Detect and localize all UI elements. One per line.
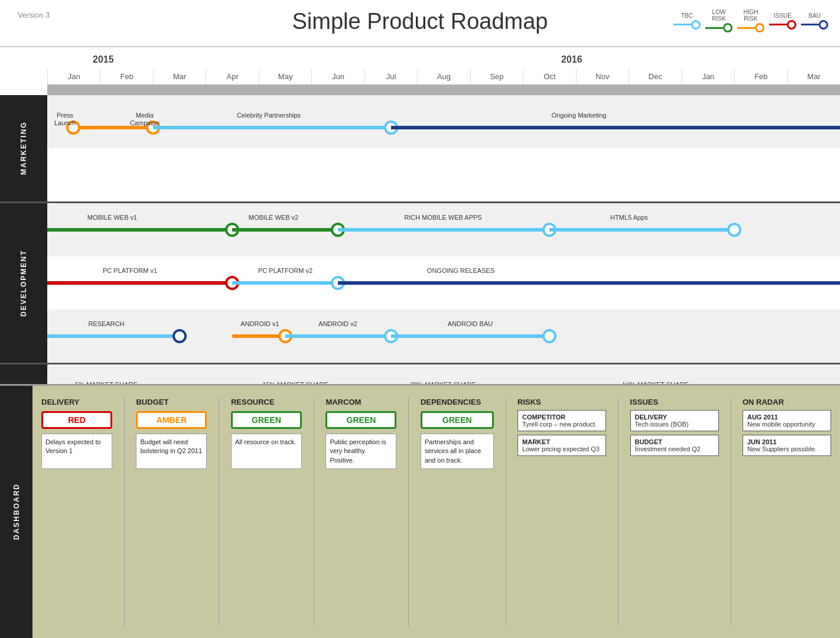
- resource-title: RESOURCE: [231, 398, 302, 406]
- month-nov-2015: Nov: [576, 68, 629, 84]
- svg-text:RICH MOBILE WEB APPS: RICH MOBILE WEB APPS: [404, 214, 481, 221]
- budget-status: AMBER: [136, 411, 207, 429]
- radar-aug-text: New mobile opportunity: [747, 421, 826, 428]
- svg-text:Media: Media: [136, 112, 154, 119]
- dashboard-risks: RISKS COMPETITOR Tyrell corp – new produ…: [517, 398, 606, 626]
- page-title: Simple Product Roadmap: [292, 9, 548, 34]
- dependencies-status: GREEN: [421, 411, 494, 429]
- svg-text:Celebrity Partnerships: Celebrity Partnerships: [237, 112, 301, 119]
- development-svg: MOBILE WEB v1 MOBILE WEB v2 RICH MOBILE …: [47, 203, 840, 363]
- radar-aug: AUG 2011 New mobile opportunity: [743, 410, 831, 431]
- month-may-2015: May: [259, 68, 311, 84]
- risk-competitor-text: Tyrell corp – new product.: [522, 421, 601, 428]
- months-row: Jan Feb Mar Apr May Jun Jul Aug Sep Oct …: [47, 68, 840, 84]
- risk-competitor-title: COMPETITOR: [522, 414, 601, 421]
- legend-issue: ISSUE: [769, 12, 796, 30]
- dashboard-resource: RESOURCE GREEN All resource on track.: [231, 398, 302, 626]
- radar-jun: JUN 2011 New Suppliers possible.: [743, 435, 831, 456]
- svg-text:Press: Press: [57, 112, 74, 119]
- month-jan-2016: Jan: [682, 68, 734, 84]
- svg-text:ANDROID BAU: ANDROID BAU: [448, 320, 493, 327]
- month-apr-2015: Apr: [206, 68, 258, 84]
- risks-title: RISKS: [517, 398, 606, 406]
- year-2015-label: 2015: [93, 54, 114, 65]
- legend: TBC LOWRISK HIGHRISK ISSUE: [673, 9, 828, 32]
- timeline-area: 2015 2016 Jan Feb Mar Apr May Jun Jul Au…: [0, 47, 840, 384]
- dashboard-issues: ISSUES DELIVERY Tech issues (BOB) BUDGET…: [630, 398, 719, 626]
- legend-high-risk: HIGHRISK: [737, 9, 764, 32]
- legend-bau: BAU: [801, 12, 828, 30]
- risk-competitor: COMPETITOR Tyrell corp – new product.: [517, 410, 606, 431]
- resource-text: All resource on track.: [231, 434, 302, 469]
- issue-budget-title: BUDGET: [635, 438, 714, 445]
- month-dec-2015: Dec: [629, 68, 681, 84]
- svg-point-43: [543, 330, 555, 342]
- issue-delivery: DELIVERY Tech issues (BOB): [630, 410, 719, 431]
- svg-point-23: [728, 224, 740, 236]
- month-sep-2015: Sep: [470, 68, 523, 84]
- month-jul-2015: Jul: [364, 68, 417, 84]
- svg-text:MOBILE WEB v1: MOBILE WEB v1: [87, 214, 137, 221]
- marcom-status: GREEN: [325, 411, 396, 429]
- issue-budget-text: Investment needed Q2: [635, 445, 714, 453]
- version-label: Version 3: [18, 11, 50, 19]
- svg-text:MOBILE WEB v2: MOBILE WEB v2: [249, 214, 298, 221]
- svg-text:Launch: Launch: [54, 119, 76, 126]
- svg-text:ANDROID v2: ANDROID v2: [318, 320, 357, 327]
- radar-aug-date: AUG 2011: [747, 414, 826, 421]
- legend-low-risk: LOWRISK: [705, 9, 732, 32]
- svg-text:Ongoing Marketing: Ongoing Marketing: [552, 112, 607, 119]
- year-2016-label: 2016: [561, 54, 582, 65]
- issues-title: ISSUES: [630, 398, 719, 406]
- risk-market-title: MARKET: [522, 438, 601, 445]
- dashboard-dependencies: DEPENDENCIES GREEN Partnerships and serv…: [421, 398, 494, 626]
- svg-text:ONGOING RELEASES: ONGOING RELEASES: [427, 267, 494, 274]
- delivery-title: DELIVERY: [41, 398, 112, 406]
- marketing-svg: Press Launch Media Campaign Celebrity Pa…: [47, 95, 840, 201]
- month-oct-2015: Oct: [523, 68, 575, 84]
- issue-delivery-text: Tech issues (BOB): [635, 421, 714, 428]
- resource-status: GREEN: [231, 411, 302, 429]
- marcom-text: Public perception is very healthy. Posit…: [325, 434, 396, 469]
- dashboard-label: DASHBOARD: [0, 386, 32, 638]
- month-jan-2015: Jan: [47, 68, 100, 84]
- dashboard: DASHBOARD DELIVERY RED Delays expected t…: [0, 384, 840, 638]
- delivery-status: RED: [41, 411, 112, 429]
- marcom-title: MARCOM: [325, 398, 396, 406]
- month-feb-2015: Feb: [100, 68, 152, 84]
- svg-text:HTML5 Apps: HTML5 Apps: [610, 214, 648, 221]
- delivery-text: Delays expected to Version 1: [41, 434, 112, 469]
- svg-point-34: [174, 330, 185, 342]
- radar-jun-text: New Suppliers possible.: [747, 445, 826, 453]
- header-band: [47, 84, 840, 95]
- svg-text:ANDROID v1: ANDROID v1: [240, 320, 279, 327]
- dashboard-on-radar: ON RADAR AUG 2011 New mobile opportunity…: [743, 398, 831, 626]
- dependencies-text: Partnerships and services all in place a…: [421, 434, 494, 469]
- swimlane-marketing-label: MARKETING: [0, 95, 47, 201]
- month-mar-2015: Mar: [153, 68, 206, 84]
- dashboard-delivery: DELIVERY RED Delays expected to Version …: [41, 398, 112, 626]
- radar-jun-date: JUN 2011: [747, 438, 826, 445]
- dashboard-budget: BUDGET AMBER Budget will need bolstering…: [136, 398, 207, 626]
- budget-title: BUDGET: [136, 398, 207, 406]
- budget-text: Budget will need bolstering in Q2 2011: [136, 434, 207, 469]
- risk-market: MARKET Lower pricing expected Q3: [517, 435, 606, 456]
- month-mar-2016: Mar: [787, 68, 840, 84]
- month-aug-2015: Aug: [417, 68, 470, 84]
- risk-market-text: Lower pricing expected Q3: [522, 445, 601, 453]
- dependencies-title: DEPENDENCIES: [421, 398, 494, 406]
- month-jun-2015: Jun: [311, 68, 364, 84]
- svg-text:PC PLATFORM v1: PC PLATFORM v1: [103, 267, 157, 274]
- dashboard-marcom: MARCOM GREEN Public perception is very h…: [325, 398, 396, 626]
- dashboard-content: DELIVERY RED Delays expected to Version …: [32, 386, 840, 638]
- svg-text:PC PLATFORM v2: PC PLATFORM v2: [258, 267, 312, 274]
- issue-delivery-title: DELIVERY: [635, 414, 714, 421]
- svg-text:Campaign: Campaign: [130, 119, 159, 126]
- issue-budget: BUDGET Investment needed Q2: [630, 435, 719, 456]
- svg-text:RESEARCH: RESEARCH: [88, 320, 124, 327]
- legend-tbc: TBC: [673, 12, 701, 30]
- swimlane-development-label: DEVELOPMENT: [0, 203, 47, 363]
- month-feb-2016: Feb: [734, 68, 787, 84]
- on-radar-title: ON RADAR: [743, 398, 831, 406]
